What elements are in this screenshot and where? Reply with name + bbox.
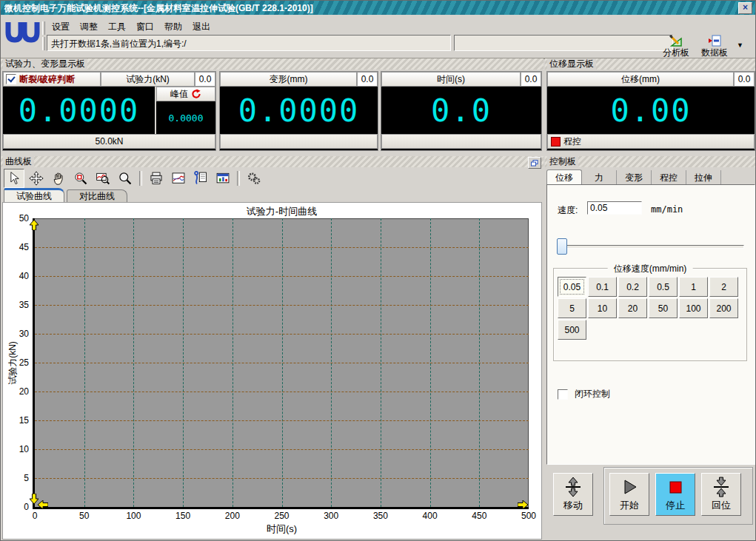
x-tick-label: 500 <box>521 511 536 521</box>
speed-option-button[interactable]: 5 <box>558 298 586 318</box>
displacement-aux-value: 0.0 <box>734 72 755 87</box>
status-message: 共打开数据1条,当前位置为1,编号:/ <box>51 38 187 49</box>
speed-unit: mm/min <box>651 204 683 215</box>
x-tick-label: 450 <box>472 511 486 521</box>
tool-move-button[interactable] <box>26 169 47 188</box>
curve-tab-0[interactable]: 试验曲线 <box>4 188 64 202</box>
speed-option-button[interactable]: 1 <box>679 277 708 297</box>
tool-print-button[interactable] <box>146 169 167 188</box>
close-button[interactable]: × <box>738 2 752 14</box>
x-tick-label: 250 <box>274 511 289 521</box>
speed-option-button[interactable]: 10 <box>588 298 617 318</box>
cursor-icon <box>7 171 21 186</box>
horizontal-gridline <box>35 363 529 363</box>
speed-option-button[interactable]: 0.1 <box>588 277 617 297</box>
tool-magnifier-button[interactable] <box>115 169 136 188</box>
break-judge-checkbox[interactable]: 断裂/破碎判断 <box>3 72 101 87</box>
stop-button[interactable]: 停止 <box>655 473 695 516</box>
control-panel-caption-strip: 控制板 <box>545 156 756 167</box>
tool-cursor-button[interactable] <box>4 169 24 188</box>
tool-curves-button[interactable] <box>168 169 189 188</box>
checkbox-checked-icon <box>6 74 16 84</box>
tool-zoom-curve-button[interactable] <box>93 169 113 188</box>
speed-group-title: 位移速度(mm/min) <box>608 263 693 275</box>
y-tick-label: 40 <box>3 271 29 281</box>
displacement-panel-body: 0.00 <box>547 87 755 134</box>
analysis-board-button[interactable]: 分析板 <box>657 34 695 60</box>
speed-option-button[interactable]: 0.5 <box>649 277 678 297</box>
speed-option-button[interactable]: 50 <box>649 298 678 318</box>
y-tick-label: 45 <box>3 242 29 252</box>
tool-pan-button[interactable] <box>48 169 69 188</box>
speed-slider-track[interactable] <box>558 245 744 249</box>
control-panel-content: 速度: mm/min 位移速度(mm/min) 0.050.10.20.5125… <box>546 184 755 465</box>
header-tools: 分析板 数据板 ▼ <box>657 34 743 60</box>
control-tab-0[interactable]: 位移 <box>546 169 582 186</box>
data-board-button[interactable]: 数据板 <box>695 34 734 60</box>
break-judge-label: 断裂/破碎判断 <box>19 73 75 86</box>
displacement-display-caption: 位移显示板 <box>547 58 596 70</box>
speed-option-button[interactable]: 0.05 <box>558 277 586 297</box>
force-aux-value: 0.0 <box>195 72 215 87</box>
control-tab-2[interactable]: 变形 <box>617 170 652 185</box>
x-axis-right-marker-icon <box>518 500 528 511</box>
y-tick-label: 25 <box>3 357 29 368</box>
x-axis-left-marker-icon <box>38 500 48 511</box>
jog-button[interactable]: 移动 <box>553 473 593 516</box>
title-bar: 微机控制电子万能试验机测控系统--[金属材料室温拉伸试验(GB/T 228.1-… <box>1 1 755 15</box>
peak-reset-icon[interactable] <box>191 89 201 99</box>
deform-display-panel: 变形(mm) 0.0 0.0000 <box>219 71 378 151</box>
return-arrows-icon <box>711 477 732 497</box>
home-button[interactable]: 回位 <box>701 473 741 516</box>
menu-item[interactable]: 帮助 <box>159 19 187 35</box>
speed-input[interactable] <box>587 201 642 215</box>
pan-icon <box>51 171 66 186</box>
force-panel-body: 0.0000 峰值 0.0000 <box>3 87 215 134</box>
control-tab-1[interactable]: 力 <box>582 170 617 185</box>
x-tick-label: 50 <box>79 511 89 521</box>
toolbar-separator <box>139 171 142 186</box>
speed-option-button[interactable]: 500 <box>558 320 586 340</box>
time-title: 时间(s) <box>381 72 521 87</box>
status-gripper <box>42 37 45 50</box>
speed-slider-handle[interactable] <box>557 238 567 255</box>
speed-option-button[interactable]: 0.2 <box>618 277 647 297</box>
speed-option-button[interactable]: 20 <box>618 298 647 318</box>
control-tab-3[interactable]: 程控 <box>652 170 686 185</box>
menu-item[interactable]: 窗口 <box>131 19 159 35</box>
tool-zoom-rect-button[interactable] <box>70 169 91 188</box>
menu-item[interactable]: 退出 <box>187 19 215 35</box>
menu-item[interactable]: 工具 <box>103 19 131 35</box>
curve-restore-button[interactable] <box>528 157 541 169</box>
analysis-board-label: 分析板 <box>663 47 689 58</box>
print-icon <box>149 171 164 186</box>
menu-item[interactable]: 设置 <box>47 19 75 35</box>
menu-item[interactable]: 调整 <box>75 19 103 35</box>
zoom-rect-icon <box>73 171 88 186</box>
speed-option-button[interactable]: 2 <box>709 277 738 297</box>
control-tab-4[interactable]: 拉伸 <box>686 170 721 185</box>
displacement-value: 0.00 <box>547 87 755 134</box>
horizontal-gridline <box>35 276 529 277</box>
deform-title: 变形(mm) <box>220 72 357 87</box>
tool-clip-page-button[interactable] <box>190 169 211 188</box>
closed-loop-checkbox[interactable] <box>558 389 568 400</box>
jog-arrows-icon <box>563 477 583 497</box>
deform-panel-body: 0.0000 <box>220 87 378 134</box>
speed-option-button[interactable]: 200 <box>709 298 738 318</box>
curve-tabs: 试验曲线对比曲线 <box>4 188 130 202</box>
curve-panel-caption: 曲线板 <box>3 156 34 167</box>
start-button[interactable]: 开始 <box>609 473 649 516</box>
app-logo <box>5 20 41 53</box>
program-control-label: 程控 <box>563 135 581 148</box>
x-tick-label: 150 <box>175 511 190 521</box>
tool-gears-button[interactable] <box>244 169 264 188</box>
speed-options-grid: 0.050.10.20.5125102050100200500 <box>557 276 743 340</box>
speed-option-button[interactable]: 100 <box>679 298 708 318</box>
toolbar-more-button[interactable]: ▼ <box>737 34 743 49</box>
y-tick-label: 10 <box>3 444 29 454</box>
x-axis-line <box>33 507 529 509</box>
displacement-display-caption-strip: 位移显示板 <box>545 58 756 70</box>
tool-data-window-button[interactable] <box>213 169 233 188</box>
y-tick-label: 35 <box>3 300 29 310</box>
